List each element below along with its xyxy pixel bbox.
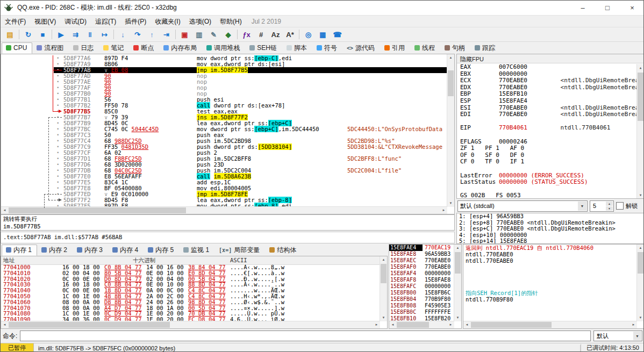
breakpoint-dot-icon[interactable]: •: [56, 132, 59, 138]
hash-button[interactable]: #: [254, 28, 268, 41]
restart-button[interactable]: ↻: [21, 28, 35, 41]
v-scrollbar[interactable]: ▲▼: [454, 245, 461, 321]
menu-item[interactable]: 帮助(H): [216, 16, 246, 27]
menu-item[interactable]: 收藏夹(I): [151, 16, 184, 27]
stack-row[interactable]: 15E8FB0CFFFFFFFE: [389, 309, 455, 315]
tab-references[interactable]: 引用: [380, 42, 410, 54]
scroll-up-icon[interactable]: ▲: [380, 256, 387, 263]
tab-memory-4[interactable]: 内存 4: [108, 245, 144, 256]
menu-item[interactable]: 选项(O): [185, 16, 216, 27]
h-scrollbar[interactable]: ◄►: [1, 321, 380, 328]
menu-item[interactable]: 调试(D): [60, 16, 91, 27]
tab-script[interactable]: 脚本: [282, 42, 312, 54]
scrollbar-thumb[interactable]: [638, 73, 643, 121]
tab-watch-1[interactable]: 监视 1: [179, 245, 214, 256]
scrollbar-thumb[interactable]: [455, 252, 461, 274]
stack-row[interactable]: 15E8FAEC770EABE0: [389, 257, 455, 264]
scroll-right-icon[interactable]: ►: [373, 321, 380, 328]
stack-row[interactable]: 15E8FAE4770EAC19: [389, 245, 455, 251]
scroll-left-icon[interactable]: ◄: [389, 321, 396, 328]
scrollbar-thumb[interactable]: [9, 207, 186, 213]
breakpoint-dot-icon[interactable]: •: [56, 179, 59, 185]
register-line[interactable]: LastStatus00000000 (STATUS_SUCCESS): [457, 179, 637, 186]
patch-button[interactable]: ✎: [206, 28, 221, 41]
execute-till-return-button[interactable]: ⇥: [159, 28, 174, 41]
breakpoint-dot-icon[interactable]: •: [56, 144, 59, 150]
command-input[interactable]: [20, 331, 591, 341]
tab-cpu[interactable]: CPU: [2, 42, 32, 54]
tab-graph[interactable]: 流程图: [32, 42, 69, 54]
scroll-down-icon[interactable]: ▼: [447, 200, 454, 207]
breakpoint-dot-icon[interactable]: •: [56, 168, 59, 174]
menu-item[interactable]: 插件(P): [120, 16, 151, 27]
stack-row[interactable]: 15E8FAF400000000: [389, 270, 455, 277]
argument-line[interactable]: 5: [esp+14] 15E8FAE8: [457, 238, 644, 244]
tab-threads[interactable]: 线程: [410, 42, 440, 54]
scroll-down-icon[interactable]: ▼: [637, 314, 644, 321]
h-scrollbar[interactable]: ◄►: [463, 321, 637, 328]
argument-line[interactable]: 1: [esp+4] 96A59BB3: [457, 213, 644, 220]
close-button[interactable]: ×: [620, 1, 644, 15]
scroll-right-icon[interactable]: ►: [440, 207, 447, 214]
breakpoint-dot-icon[interactable]: •: [56, 97, 59, 103]
scrollbar-thumb[interactable]: [638, 252, 643, 274]
breakpoint-dot-icon[interactable]: •: [56, 120, 59, 126]
tab-breakpoints[interactable]: 断点: [129, 42, 159, 54]
v-scrollbar[interactable]: ▲▼: [447, 54, 454, 207]
register-line[interactable]: EDI770EABE0 <ntdll.DbgUiRemoteBreakin>: [457, 111, 637, 118]
run-alt-button[interactable]: ⇉: [68, 28, 83, 41]
command-profile-select[interactable]: 默认 ▼: [593, 331, 642, 341]
stack-row[interactable]: 15E8FB0015E8FB6C: [389, 290, 455, 296]
tab-handles[interactable]: 句柄: [440, 42, 470, 54]
calling-convention-select[interactable]: 默认 (stdcall) ▼: [457, 200, 588, 212]
search-button[interactable]: ◎: [301, 28, 316, 41]
tab-seh[interactable]: SEH链: [245, 42, 282, 54]
chevron-down-icon[interactable]: ▼: [633, 332, 641, 340]
tab-memory-2[interactable]: 内存 2: [37, 245, 73, 256]
step-into-button[interactable]: ↓: [116, 28, 130, 41]
stack-row[interactable]: 15E8FAE896A59BB3: [389, 251, 455, 257]
tab-log[interactable]: 日志: [69, 42, 99, 54]
scroll-down-icon[interactable]: ▼: [637, 191, 644, 198]
register-line[interactable]: CF 0 TF 0 IF 1: [457, 159, 637, 166]
v-scrollbar[interactable]: ▲▼: [636, 64, 644, 198]
v-scrollbar[interactable]: ▲▼: [636, 245, 644, 321]
scrollbar-thumb[interactable]: [397, 322, 429, 328]
register-line[interactable]: EBP15E8FB10: [457, 91, 637, 98]
spinner-up-icon[interactable]: ▲: [606, 202, 613, 206]
h-scrollbar[interactable]: ◄►: [1, 206, 447, 214]
tab-memory-map[interactable]: 内存布局: [159, 42, 202, 54]
scrollbar-thumb[interactable]: [9, 322, 170, 328]
stack-row[interactable]: 15E8FAFC00000000: [389, 283, 455, 290]
register-line[interactable]: EAX007C6000: [457, 64, 637, 71]
register-line[interactable]: EDX770EABE0 <ntdll.DbgUiRemoteBreakin>: [457, 84, 637, 91]
breakpoint-dot-icon[interactable]: •: [56, 103, 59, 109]
scrollbar-thumb[interactable]: [448, 70, 454, 96]
tab-trace[interactable]: 跟踪: [470, 42, 500, 54]
memory-row[interactable]: 7704101002 00 04 0080 5B 04 770E 00 10 0…: [1, 270, 381, 276]
memory-row[interactable]: 7704106008 00 0A 00D8 8B 04 7724 00 26 0…: [1, 299, 381, 305]
v-scrollbar[interactable]: ▲▼: [380, 256, 387, 321]
stack-row[interactable]: 15E8FAF0770EABE0: [389, 264, 455, 270]
minimize-button[interactable]: –: [570, 1, 595, 15]
az-button[interactable]: Az: [268, 28, 283, 41]
scroll-left-icon[interactable]: ◄: [1, 207, 8, 214]
tab-call-stack[interactable]: 调用堆栈: [202, 42, 245, 54]
scroll-up-icon[interactable]: ▲: [637, 245, 644, 252]
stack-row[interactable]: 15E8FB04770B9F80: [389, 296, 455, 303]
spinner-down-icon[interactable]: ▼: [606, 206, 613, 211]
tab-memory-1[interactable]: 内存 1: [2, 245, 37, 256]
breakpoint-dot-icon[interactable]: •: [56, 126, 59, 132]
register-line[interactable]: [457, 132, 637, 139]
breakpoint-dot-icon[interactable]: •: [56, 55, 59, 61]
tab-memory-5[interactable]: 内存 5: [144, 245, 179, 256]
breakpoint-dot-icon[interactable]: •: [56, 185, 59, 191]
breakpoint-dot-icon[interactable]: •: [56, 174, 59, 179]
terminate-button[interactable]: ■: [35, 28, 50, 41]
tab-symbols[interactable]: 符号: [312, 42, 342, 54]
h-scrollbar[interactable]: ◄►: [389, 321, 454, 328]
tab-notes[interactable]: 笔记: [99, 42, 129, 54]
scroll-up-icon[interactable]: ▲: [454, 245, 461, 252]
fx-button[interactable]: ƒx: [239, 28, 254, 41]
scroll-left-icon[interactable]: ◄: [1, 321, 8, 328]
